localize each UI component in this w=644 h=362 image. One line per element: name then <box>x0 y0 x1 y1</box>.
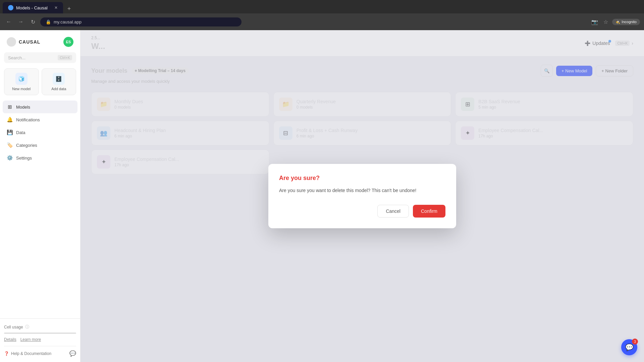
url-display: my.causal.app <box>54 19 82 24</box>
help-icon: ❓ <box>4 351 9 356</box>
footer-links: Details Learn more <box>4 337 76 342</box>
forward-button[interactable]: → <box>16 17 25 26</box>
dialog-body: Are you sure you want to delete this mod… <box>279 187 445 194</box>
sidebar-logo: CAUSAL <box>7 37 40 47</box>
categories-icon: 🏷️ <box>7 142 13 148</box>
sidebar-nav: ⊞ Models 🔔 Notifications 💾 Data 🏷️ Categ… <box>0 101 80 318</box>
sidebar-item-notifications[interactable]: 🔔 Notifications <box>3 113 77 126</box>
tab-title: Models - Causal <box>16 5 48 10</box>
learn-more-link[interactable]: Learn more <box>20 337 41 342</box>
info-icon: ⓘ <box>25 324 29 330</box>
main-content: 2.5... W... ➕ Updates Ctrl+K › Your mode… <box>80 30 644 362</box>
sidebar-item-categories-label: Categories <box>16 143 37 148</box>
sidebar-item-models[interactable]: ⊞ Models <box>3 101 77 113</box>
sidebar-item-data[interactable]: 💾 Data <box>3 126 77 139</box>
avatar[interactable]: ES <box>63 37 73 47</box>
sidebar-item-settings-label: Settings <box>16 156 32 161</box>
help-link[interactable]: ❓ Help & Documentation <box>4 351 51 356</box>
search-bar[interactable]: Search... Ctrl+K <box>4 52 76 63</box>
sidebar-item-models-label: Models <box>16 105 30 110</box>
browser-actions: 📷 ☆ 🕵️ Incognito <box>590 17 640 26</box>
address-bar[interactable]: 🔒 my.causal.app <box>40 17 241 26</box>
add-data-label: Add data <box>51 87 66 91</box>
tab-close-button[interactable]: ✕ <box>54 5 58 10</box>
new-model-icon: 🧊 <box>15 73 28 85</box>
browser-toolbar: ← → ↻ 🔒 my.causal.app 📷 ☆ 🕵️ Incognito <box>0 13 644 30</box>
app-container: CAUSAL ES Search... Ctrl+K 🧊 New model 🗄… <box>0 30 644 362</box>
active-tab[interactable]: Models - Causal ✕ <box>3 2 63 13</box>
logo-text: CAUSAL <box>19 39 40 45</box>
chat-icon: 💬 <box>625 343 634 351</box>
help-label: Help & Documentation <box>11 351 51 356</box>
dialog-title: Are you sure? <box>279 175 445 182</box>
tab-favicon <box>8 5 13 10</box>
sidebar-item-settings[interactable]: ⚙️ Settings <box>3 152 77 164</box>
add-data-action[interactable]: 🗄️ Add data <box>42 68 76 95</box>
data-icon: 💾 <box>7 129 13 135</box>
sidebar-item-categories[interactable]: 🏷️ Categories <box>3 139 77 152</box>
incognito-badge: 🕵️ Incognito <box>612 19 640 25</box>
confirm-button[interactable]: Confirm <box>413 205 445 218</box>
cell-usage-label: Cell usage ⓘ <box>4 324 76 330</box>
logo-icon <box>7 37 16 47</box>
camera-button[interactable]: 📷 <box>590 17 599 26</box>
add-data-icon: 🗄️ <box>53 73 65 85</box>
chat-badge: 3 <box>632 339 638 345</box>
dialog-overlay: Are you sure? Are you sure you want to d… <box>80 30 644 362</box>
browser-tabs: Models - Causal ✕ + <box>0 0 644 13</box>
notifications-icon: 🔔 <box>7 117 13 123</box>
sidebar-actions: 🧊 New model 🗄️ Add data <box>0 68 80 101</box>
cancel-button[interactable]: Cancel <box>377 205 409 218</box>
dialog-actions: Cancel Confirm <box>279 205 445 218</box>
bookmark-button[interactable]: ☆ <box>602 17 609 26</box>
chat-button[interactable]: 💬 3 <box>621 339 637 355</box>
search-placeholder: Search... <box>8 55 25 60</box>
browser-chrome: Models - Causal ✕ + ← → ↻ 🔒 my.causal.ap… <box>0 0 644 30</box>
reload-button[interactable]: ↻ <box>28 17 38 26</box>
sidebar-item-notifications-label: Notifications <box>16 117 40 122</box>
new-model-action[interactable]: 🧊 New model <box>4 68 39 95</box>
sidebar: CAUSAL ES Search... Ctrl+K 🧊 New model 🗄… <box>0 30 80 362</box>
settings-icon: ⚙️ <box>7 155 13 161</box>
details-link[interactable]: Details <box>4 337 16 342</box>
help-footer: ❓ Help & Documentation 💬 <box>4 346 76 357</box>
sidebar-header: CAUSAL ES <box>0 30 80 52</box>
back-button[interactable]: ← <box>4 17 13 26</box>
new-model-label: New model <box>12 87 31 91</box>
sidebar-item-data-label: Data <box>16 130 25 135</box>
chat-icon[interactable]: 💬 <box>69 350 76 357</box>
sidebar-footer: Cell usage ⓘ Details Learn more ❓ Help &… <box>0 318 80 362</box>
incognito-label: Incognito <box>622 20 637 24</box>
models-icon: ⊞ <box>7 104 13 110</box>
usage-bar <box>4 333 76 334</box>
search-shortcut: Ctrl+K <box>58 55 72 60</box>
new-tab-button[interactable]: + <box>64 4 74 13</box>
confirmation-dialog: Are you sure? Are you sure you want to d… <box>268 164 456 228</box>
